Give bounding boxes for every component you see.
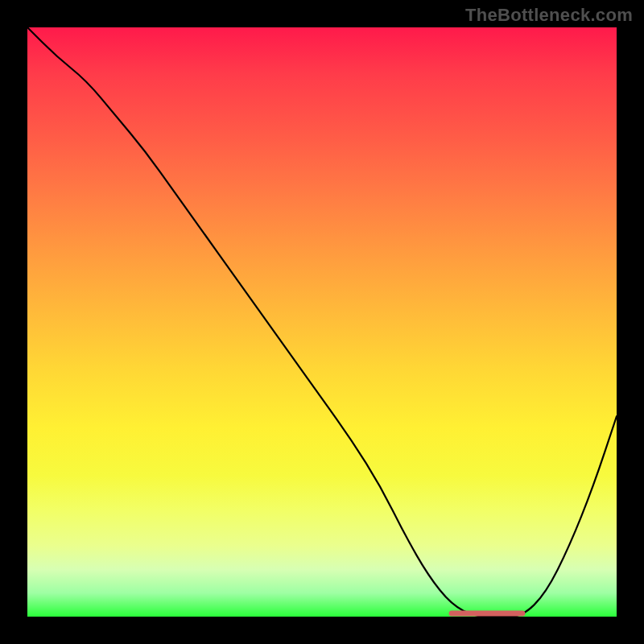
- chart-frame: TheBottleneck.com: [0, 0, 644, 644]
- curve-layer: [27, 27, 617, 617]
- plot-area: [27, 27, 617, 617]
- bottleneck-curve: [27, 27, 617, 617]
- watermark-text: TheBottleneck.com: [465, 5, 633, 26]
